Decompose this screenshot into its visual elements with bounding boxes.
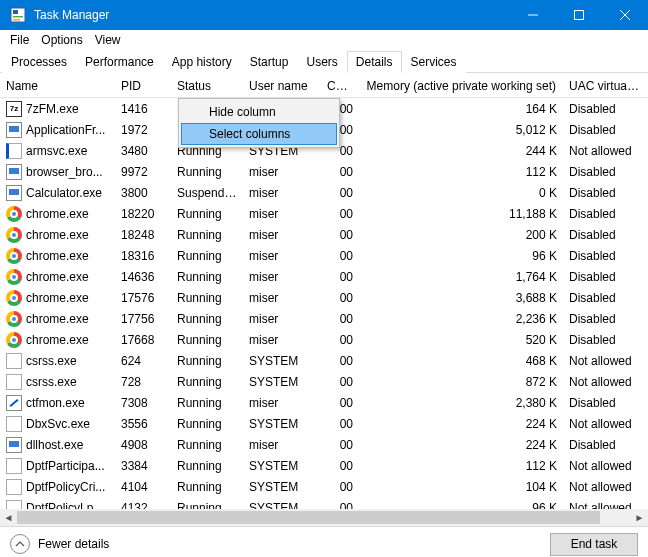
cell-cpu: 00 <box>321 438 359 452</box>
process-icon <box>6 479 22 495</box>
cell-memory: 520 K <box>359 333 563 347</box>
cell-uac: Disabled <box>563 165 648 179</box>
cell-uac: Not allowed <box>563 354 648 368</box>
table-row[interactable]: Calculator.exe3800Suspendedmiser000 KDis… <box>0 182 648 203</box>
table-row[interactable]: ctfmon.exe7308Runningmiser002,380 KDisab… <box>0 392 648 413</box>
cell-user: miser <box>243 186 321 200</box>
close-button[interactable] <box>602 0 648 30</box>
end-task-button[interactable]: End task <box>550 533 638 556</box>
process-name: dllhost.exe <box>26 438 83 452</box>
cell-memory: 224 K <box>359 438 563 452</box>
svg-rect-5 <box>575 11 584 20</box>
cell-user: SYSTEM <box>243 354 321 368</box>
cell-name: ApplicationFr... <box>0 122 115 138</box>
process-icon <box>6 416 22 432</box>
col-status[interactable]: Status <box>171 79 243 93</box>
cell-status: Running <box>171 333 243 347</box>
process-name: chrome.exe <box>26 333 89 347</box>
table-row[interactable]: chrome.exe18248Runningmiser00200 KDisabl… <box>0 224 648 245</box>
cell-name: chrome.exe <box>0 269 115 285</box>
table-row[interactable]: chrome.exe17756Runningmiser002,236 KDisa… <box>0 308 648 329</box>
cell-status: Running <box>171 438 243 452</box>
cell-name: dllhost.exe <box>0 437 115 453</box>
column-header-row[interactable]: Name PID Status User name CPU Memory (ac… <box>0 74 648 98</box>
menu-options[interactable]: Options <box>35 31 88 49</box>
cell-memory: 468 K <box>359 354 563 368</box>
process-icon: 7z <box>6 101 22 117</box>
table-row[interactable]: browser_bro...9972Runningmiser00112 KDis… <box>0 161 648 182</box>
ctx-hide-column[interactable]: Hide column <box>181 101 337 123</box>
process-icon <box>6 395 22 411</box>
tab-performance[interactable]: Performance <box>76 51 163 73</box>
tab-startup[interactable]: Startup <box>241 51 298 73</box>
table-row[interactable]: DptfPolicyCri...4104RunningSYSTEM00104 K… <box>0 476 648 497</box>
col-cpu[interactable]: CPU <box>321 79 359 93</box>
cell-status: Running <box>171 165 243 179</box>
cell-cpu: 00 <box>321 417 359 431</box>
cell-cpu: 00 <box>321 396 359 410</box>
table-row[interactable]: chrome.exe18316Runningmiser0096 KDisable… <box>0 245 648 266</box>
col-memory[interactable]: Memory (active private working set) <box>359 79 563 93</box>
cell-pid: 18248 <box>115 228 171 242</box>
cell-status: Running <box>171 291 243 305</box>
process-name: chrome.exe <box>26 291 89 305</box>
process-name: browser_bro... <box>26 165 103 179</box>
process-icon <box>6 332 22 348</box>
process-icon <box>6 458 22 474</box>
cell-name: DbxSvc.exe <box>0 416 115 432</box>
cell-memory: 200 K <box>359 228 563 242</box>
scroll-left-icon[interactable]: ◄ <box>0 509 17 526</box>
scroll-track[interactable] <box>17 509 631 526</box>
tab-processes[interactable]: Processes <box>2 51 76 73</box>
cell-memory: 164 K <box>359 102 563 116</box>
process-icon <box>6 290 22 306</box>
cell-pid: 18220 <box>115 207 171 221</box>
table-row[interactable]: DbxSvc.exe3556RunningSYSTEM00224 KNot al… <box>0 413 648 434</box>
cell-uac: Disabled <box>563 438 648 452</box>
cell-name: chrome.exe <box>0 227 115 243</box>
minimize-button[interactable] <box>510 0 556 30</box>
tab-app-history[interactable]: App history <box>163 51 241 73</box>
process-name: 7zFM.exe <box>26 102 79 116</box>
cell-cpu: 00 <box>321 249 359 263</box>
menu-view[interactable]: View <box>89 31 127 49</box>
table-row[interactable]: chrome.exe17668Runningmiser00520 KDisabl… <box>0 329 648 350</box>
horizontal-scrollbar[interactable]: ◄ ► <box>0 509 648 526</box>
tab-users[interactable]: Users <box>297 51 346 73</box>
cell-pid: 1972 <box>115 123 171 137</box>
process-icon <box>6 374 22 390</box>
scroll-right-icon[interactable]: ► <box>631 509 648 526</box>
process-name: DptfPolicyCri... <box>26 480 105 494</box>
cell-uac: Disabled <box>563 396 648 410</box>
process-icon <box>6 206 22 222</box>
ctx-select-columns[interactable]: Select columns <box>181 123 337 145</box>
table-row[interactable]: DptfParticipa...3384RunningSYSTEM00112 K… <box>0 455 648 476</box>
table-row[interactable]: dllhost.exe4908Runningmiser00224 KDisabl… <box>0 434 648 455</box>
table-row[interactable]: csrss.exe728RunningSYSTEM00872 KNot allo… <box>0 371 648 392</box>
cell-memory: 244 K <box>359 144 563 158</box>
col-user[interactable]: User name <box>243 79 321 93</box>
process-icon <box>6 248 22 264</box>
cell-name: Calculator.exe <box>0 185 115 201</box>
table-row[interactable]: chrome.exe17576Runningmiser003,688 KDisa… <box>0 287 648 308</box>
tab-details[interactable]: Details <box>347 51 402 73</box>
process-name: chrome.exe <box>26 207 89 221</box>
col-uac[interactable]: UAC virtualization <box>563 79 648 93</box>
cell-name: armsvc.exe <box>0 143 115 159</box>
cell-pid: 7308 <box>115 396 171 410</box>
col-name[interactable]: Name <box>0 79 115 93</box>
fewer-details-button[interactable]: Fewer details <box>10 534 109 554</box>
col-pid[interactable]: PID <box>115 79 171 93</box>
table-row[interactable]: chrome.exe18220Runningmiser0011,188 KDis… <box>0 203 648 224</box>
scroll-thumb[interactable] <box>17 511 600 524</box>
cell-status: Running <box>171 270 243 284</box>
process-name: DptfParticipa... <box>26 459 105 473</box>
table-row[interactable]: csrss.exe624RunningSYSTEM00468 KNot allo… <box>0 350 648 371</box>
title-bar[interactable]: Task Manager <box>0 0 648 30</box>
maximize-button[interactable] <box>556 0 602 30</box>
table-row[interactable]: chrome.exe14636Runningmiser001,764 KDisa… <box>0 266 648 287</box>
cell-pid: 3800 <box>115 186 171 200</box>
menu-file[interactable]: File <box>4 31 35 49</box>
tab-services[interactable]: Services <box>402 51 466 73</box>
cell-name: DptfPolicyCri... <box>0 479 115 495</box>
